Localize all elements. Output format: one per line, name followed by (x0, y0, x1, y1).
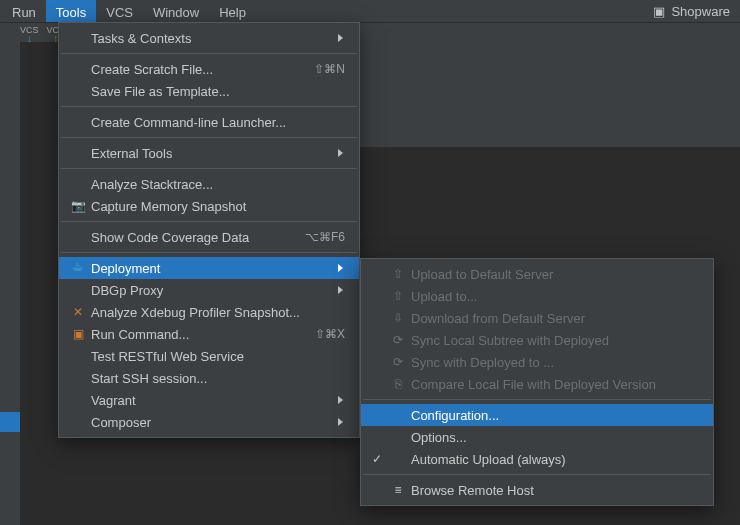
browse-remote-host-icon: ≡ (389, 483, 407, 497)
analyze-xdebug-profiler-snapshot-icon: ✕ (69, 305, 87, 319)
menu-item-show-code-coverage-data[interactable]: Show Code Coverage Data⌥⌘F6 (59, 226, 359, 248)
menu-item-label: Upload to Default Server (411, 267, 553, 282)
menu-item-label: Create Command-line Launcher... (91, 115, 286, 130)
submenu-arrow-icon (337, 33, 345, 43)
menu-item-save-file-as-template[interactable]: Save File as Template... (59, 80, 359, 102)
menu-item-automatic-upload-always[interactable]: ✓Automatic Upload (always) (361, 448, 713, 470)
submenu-arrow-icon (337, 395, 345, 405)
menu-item-compare-local-file-with-deployed-version: ⎘Compare Local File with Deployed Versio… (361, 373, 713, 395)
menu-item-label: Start SSH session... (91, 371, 207, 386)
sync-with-deployed-to-icon: ⟳ (389, 355, 407, 369)
menu-item-label: Create Scratch File... (91, 62, 213, 77)
menubar-item-window[interactable]: Window (143, 0, 209, 22)
menu-item-tasks-contexts[interactable]: Tasks & Contexts (59, 27, 359, 49)
tools-menu: Tasks & ContextsCreate Scratch File...⇧⌘… (58, 22, 360, 438)
menu-item-sync-local-subtree-with-deployed: ⟳Sync Local Subtree with Deployed (361, 329, 713, 351)
menu-separator (61, 168, 357, 169)
project-name: Shopware (671, 4, 730, 19)
menu-item-label: Automatic Upload (always) (411, 452, 566, 467)
menu-item-upload-to: ⇧Upload to... (361, 285, 713, 307)
deployment-icon: ⛴ (69, 261, 87, 275)
menu-item-label: Analyze Xdebug Profiler Snapshot... (91, 305, 300, 320)
vcs-update-icon[interactable]: VCS↓ (20, 26, 39, 42)
menu-shortcut: ⇧⌘X (315, 327, 345, 341)
menu-shortcut: ⇧⌘N (314, 62, 345, 76)
menu-item-options[interactable]: Options... (361, 426, 713, 448)
menu-item-label: Test RESTful Web Service (91, 349, 244, 364)
project-icon: ▣ (653, 4, 665, 19)
menu-item-label: External Tools (91, 146, 172, 161)
menubar-item-vcs[interactable]: VCS (96, 0, 143, 22)
menu-item-label: Options... (411, 430, 467, 445)
compare-local-file-with-deployed-version-icon: ⎘ (389, 377, 407, 391)
menu-item-browse-remote-host[interactable]: ≡Browse Remote Host (361, 479, 713, 501)
menu-separator (363, 399, 711, 400)
menu-item-label: DBGp Proxy (91, 283, 163, 298)
menu-item-label: Run Command... (91, 327, 189, 342)
menubar-item-run[interactable]: Run (2, 0, 46, 22)
capture-memory-snapshot-icon: 📷 (69, 199, 87, 213)
menu-item-analyze-stacktrace[interactable]: Analyze Stacktrace... (59, 173, 359, 195)
active-tool-indicator (0, 412, 20, 432)
check-icon: ✓ (369, 452, 385, 466)
menu-separator (61, 53, 357, 54)
sync-local-subtree-with-deployed-icon: ⟳ (389, 333, 407, 347)
deployment-submenu: ⇧Upload to Default Server⇧Upload to...⇩D… (360, 258, 714, 506)
menu-item-test-restful-web-service[interactable]: Test RESTful Web Service (59, 345, 359, 367)
upload-to-default-server-icon: ⇧ (389, 267, 407, 281)
menu-item-sync-with-deployed-to: ⟳Sync with Deployed to ... (361, 351, 713, 373)
download-from-default-server-icon: ⇩ (389, 311, 407, 325)
submenu-arrow-icon (337, 417, 345, 427)
menu-item-label: Browse Remote Host (411, 483, 534, 498)
menu-item-download-from-default-server: ⇩Download from Default Server (361, 307, 713, 329)
menu-item-label: Show Code Coverage Data (91, 230, 249, 245)
menu-item-vagrant[interactable]: Vagrant (59, 389, 359, 411)
menu-item-analyze-xdebug-profiler-snapshot[interactable]: ✕Analyze Xdebug Profiler Snapshot... (59, 301, 359, 323)
menu-item-deployment[interactable]: ⛴Deployment (59, 257, 359, 279)
menubar: Run Tools VCS Window Help ▣ Shopware (0, 0, 740, 23)
menu-item-label: Deployment (91, 261, 160, 276)
menu-item-label: Vagrant (91, 393, 136, 408)
menu-item-create-scratch-file[interactable]: Create Scratch File...⇧⌘N (59, 58, 359, 80)
menu-separator (61, 106, 357, 107)
menu-separator (363, 474, 711, 475)
project-selector[interactable]: ▣ Shopware (653, 0, 740, 22)
menu-item-label: Tasks & Contexts (91, 31, 191, 46)
menu-item-label: Upload to... (411, 289, 478, 304)
menu-item-label: Composer (91, 415, 151, 430)
menubar-item-help[interactable]: Help (209, 0, 256, 22)
menu-item-label: Configuration... (411, 408, 499, 423)
tool-window-strip (0, 42, 20, 525)
upload-to-icon: ⇧ (389, 289, 407, 303)
menu-item-upload-to-default-server: ⇧Upload to Default Server (361, 263, 713, 285)
menu-separator (61, 252, 357, 253)
menu-item-start-ssh-session[interactable]: Start SSH session... (59, 367, 359, 389)
menubar-item-tools[interactable]: Tools (46, 0, 96, 22)
menu-item-composer[interactable]: Composer (59, 411, 359, 433)
submenu-arrow-icon (337, 285, 345, 295)
menu-item-label: Sync Local Subtree with Deployed (411, 333, 609, 348)
submenu-arrow-icon (337, 263, 345, 273)
menu-separator (61, 137, 357, 138)
menu-item-create-command-line-launcher[interactable]: Create Command-line Launcher... (59, 111, 359, 133)
menu-item-label: Capture Memory Snapshot (91, 199, 246, 214)
menu-item-configuration[interactable]: Configuration... (361, 404, 713, 426)
menu-item-label: Download from Default Server (411, 311, 585, 326)
menu-item-label: Analyze Stacktrace... (91, 177, 213, 192)
menu-item-run-command[interactable]: ▣Run Command...⇧⌘X (59, 323, 359, 345)
menu-item-label: Sync with Deployed to ... (411, 355, 554, 370)
menu-shortcut: ⌥⌘F6 (305, 230, 345, 244)
menu-item-dbgp-proxy[interactable]: DBGp Proxy (59, 279, 359, 301)
run-command-icon: ▣ (69, 327, 87, 341)
menu-item-label: Save File as Template... (91, 84, 230, 99)
menu-item-capture-memory-snapshot[interactable]: 📷Capture Memory Snapshot (59, 195, 359, 217)
menu-item-external-tools[interactable]: External Tools (59, 142, 359, 164)
menu-separator (61, 221, 357, 222)
menu-item-label: Compare Local File with Deployed Version (411, 377, 656, 392)
submenu-arrow-icon (337, 148, 345, 158)
